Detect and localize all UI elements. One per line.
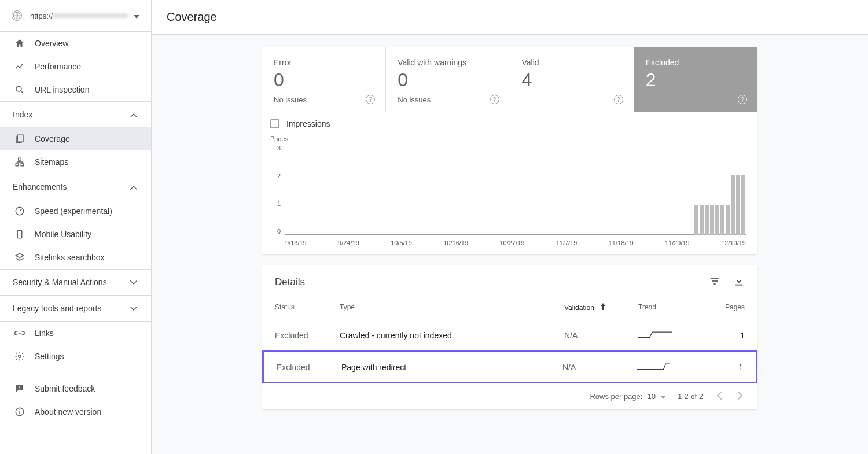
table-header: Status Type Validation Trend Pages xyxy=(262,295,757,320)
sidebar-item-performance[interactable]: Performance xyxy=(0,55,151,78)
section-enhancements[interactable]: Enhancements xyxy=(0,174,151,200)
help-icon[interactable]: ? xyxy=(614,95,623,104)
nav-label: URL inspection xyxy=(35,85,89,94)
prev-page-button[interactable] xyxy=(715,389,724,404)
nav-label: Submit feedback xyxy=(35,384,95,393)
chevron-up-icon xyxy=(130,110,137,119)
search-icon xyxy=(14,84,25,95)
tab-value: 0 xyxy=(398,69,498,91)
rows-per-page-value[interactable]: 10 xyxy=(647,392,655,401)
sidebar-item-sitemaps[interactable]: Sitemaps xyxy=(0,150,151,174)
tab-excluded[interactable]: Excluded 2 ? xyxy=(634,47,757,112)
sidebar-item-mobile[interactable]: Mobile Usability xyxy=(0,223,151,246)
td-trend xyxy=(638,329,713,341)
details-title: Details xyxy=(275,276,305,288)
help-icon[interactable]: ? xyxy=(738,95,747,104)
td-type: Crawled - currently not indexed xyxy=(340,331,564,340)
th-pages[interactable]: Pages xyxy=(713,303,745,312)
pagination: Rows per page: 10 1-2 of 2 xyxy=(262,383,757,409)
svg-point-8 xyxy=(19,355,21,358)
nav-label: Speed (experimental) xyxy=(35,206,112,216)
sidebar: https:// Overview Performance URL inspec… xyxy=(0,0,152,454)
th-trend[interactable]: Trend xyxy=(638,303,713,312)
sidebar-item-about[interactable]: About new version xyxy=(0,400,151,423)
trendline-icon xyxy=(14,61,25,72)
section-label: Legacy tools and reports xyxy=(13,304,101,313)
th-status[interactable]: Status xyxy=(275,303,340,312)
sidebar-item-coverage[interactable]: Coverage xyxy=(0,127,151,150)
help-icon[interactable]: ? xyxy=(490,95,499,104)
table-row[interactable]: Excluded Page with redirect N/A 1 xyxy=(262,350,757,383)
nav-label: Overview xyxy=(35,39,68,48)
tab-subtitle: No issues xyxy=(398,95,498,104)
svg-rect-5 xyxy=(21,164,24,166)
info-icon xyxy=(14,406,25,418)
filter-icon[interactable] xyxy=(709,275,720,289)
chevron-down-icon xyxy=(130,304,137,313)
pages-icon xyxy=(14,133,25,145)
rows-per-page-label: Rows per page: xyxy=(590,392,642,401)
td-pages: 1 xyxy=(712,363,743,372)
impressions-label: Impressions xyxy=(286,119,330,128)
nav-label: Mobile Usability xyxy=(35,230,91,239)
sitemap-icon xyxy=(14,156,25,168)
section-security[interactable]: Security & Manual Actions xyxy=(0,270,151,295)
chart-ylabel: Pages xyxy=(270,135,746,142)
th-validation[interactable]: Validation xyxy=(564,303,638,312)
impressions-checkbox[interactable] xyxy=(270,119,279,128)
tab-subtitle: No issues xyxy=(274,95,374,104)
chevron-down-icon xyxy=(134,10,139,21)
td-status: Excluded xyxy=(277,363,341,372)
details-card: Details Status Type Validation Trend Pag… xyxy=(262,265,757,409)
blurred-url xyxy=(53,13,128,18)
nav-label: Sitelinks searchbox xyxy=(35,253,105,262)
svg-rect-7 xyxy=(17,230,22,238)
page-header: Coverage xyxy=(152,0,868,35)
nav-label: Links xyxy=(35,328,54,338)
th-type[interactable]: Type xyxy=(340,303,564,312)
tab-error[interactable]: Error 0 No issues ? xyxy=(262,47,386,112)
status-card: Error 0 No issues ? Valid with warnings … xyxy=(262,47,757,254)
nav-label: Settings xyxy=(35,352,64,361)
sidebar-item-links[interactable]: Links xyxy=(0,322,151,345)
sort-arrow-up-icon xyxy=(600,303,606,312)
tab-value: 4 xyxy=(522,69,622,91)
sidebar-item-sitelinks[interactable]: Sitelinks searchbox xyxy=(0,246,151,269)
table-row[interactable]: Excluded Crawled - currently not indexed… xyxy=(262,320,757,350)
property-selector[interactable]: https:// xyxy=(0,0,151,32)
property-url: https:// xyxy=(30,12,53,20)
sidebar-item-overview[interactable]: Overview xyxy=(0,32,151,55)
section-index[interactable]: Index xyxy=(0,102,151,127)
download-icon[interactable] xyxy=(733,275,745,289)
tab-label: Valid with warnings xyxy=(398,58,498,67)
td-validation: N/A xyxy=(562,363,637,372)
svg-rect-10 xyxy=(19,389,20,390)
sidebar-item-speed[interactable]: Speed (experimental) xyxy=(0,200,151,223)
sidebar-item-settings[interactable]: Settings xyxy=(0,345,151,368)
pagination-range: 1-2 of 2 xyxy=(678,392,703,401)
main-content: Coverage Error 0 No issues ? Valid with … xyxy=(152,0,868,454)
svg-point-1 xyxy=(16,86,21,91)
td-pages: 1 xyxy=(713,331,745,340)
phone-icon xyxy=(14,228,25,240)
nav-label: Sitemaps xyxy=(35,157,68,167)
chevron-down-icon xyxy=(130,278,137,287)
svg-rect-9 xyxy=(19,386,20,388)
tab-valid-warnings[interactable]: Valid with warnings 0 No issues ? xyxy=(386,47,510,112)
next-page-button[interactable] xyxy=(735,389,745,404)
sidebar-item-feedback[interactable]: Submit feedback xyxy=(0,377,151,400)
nav-label: About new version xyxy=(35,407,101,416)
svg-rect-4 xyxy=(16,164,19,166)
sidebar-item-url-inspection[interactable]: URL inspection xyxy=(0,78,151,101)
td-status: Excluded xyxy=(275,331,340,340)
feedback-icon xyxy=(14,383,25,394)
link-icon xyxy=(14,327,25,339)
section-legacy[interactable]: Legacy tools and reports xyxy=(0,296,151,321)
speedometer-icon xyxy=(14,205,25,217)
tab-valid[interactable]: Valid 4 ? xyxy=(510,47,634,112)
chevron-down-icon[interactable] xyxy=(660,392,666,401)
status-tabs: Error 0 No issues ? Valid with warnings … xyxy=(262,47,757,112)
svg-rect-2 xyxy=(17,135,23,142)
tab-label: Error xyxy=(274,58,374,67)
nav-label: Coverage xyxy=(35,134,70,143)
